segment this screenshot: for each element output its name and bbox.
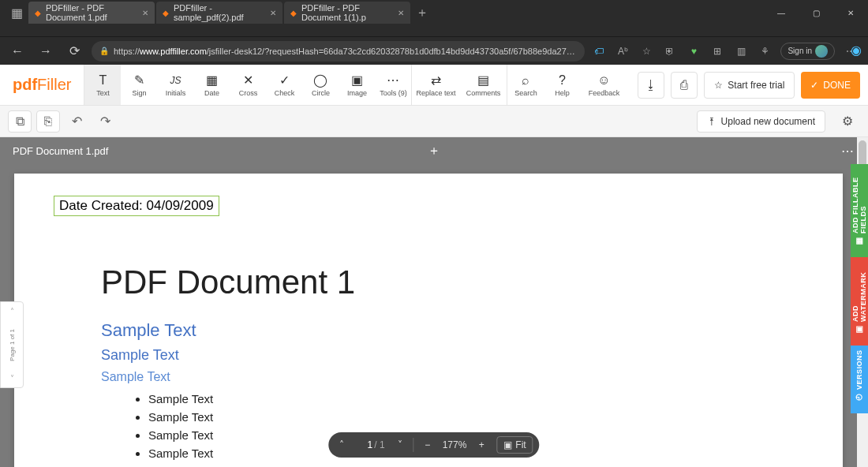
read-aloud-icon[interactable]: Aᵇ	[615, 43, 630, 59]
sign-icon: ✎	[134, 73, 144, 88]
document-menu-button[interactable]: ⋯	[841, 144, 855, 159]
tab-overview-button[interactable]: ▦	[6, 2, 27, 23]
refresh-button[interactable]: ⟳	[63, 40, 85, 62]
list-item: Sample Text	[148, 392, 803, 405]
document-tab-strip: PDF Document 1.pdf ＋ ⋯	[0, 137, 868, 164]
browser-tab-1[interactable]: ◆ PDFfiller - PDF Document 1.pdf ✕	[28, 2, 155, 24]
close-icon[interactable]: ✕	[142, 9, 148, 17]
copy-icon: ⧉	[16, 114, 24, 129]
tool-comments[interactable]: ▤Comments	[459, 65, 507, 105]
zoom-bar: ˄ / 1 ˅ − 177% + ▣Fit	[328, 432, 539, 458]
tool-search[interactable]: ⌕Search	[507, 65, 544, 105]
document-heading: PDF Document 1	[101, 263, 803, 301]
zoom-out-button[interactable]: −	[417, 435, 438, 455]
page-navigator[interactable]: ˄ Page 1 of 1 ˅	[0, 301, 24, 388]
zoom-in-button[interactable]: +	[471, 435, 492, 455]
chevron-up-icon[interactable]: ˄	[10, 307, 14, 316]
undo-button[interactable]: ↶	[65, 110, 88, 133]
star-icon: ☆	[714, 80, 723, 91]
done-button[interactable]: ✓DONE	[801, 72, 860, 99]
tool-text[interactable]: TText	[84, 65, 121, 105]
extensions: 🏷 Aᵇ ☆ ⛨ ♥ ⊞ ▥ ⚘ Sign in ⋯	[591, 43, 862, 60]
shield-icon[interactable]: ⛨	[662, 43, 678, 59]
settings-button[interactable]: ⚙	[835, 109, 860, 134]
favorite-icon[interactable]: ☆	[638, 43, 654, 59]
print-button[interactable]: ⎙	[671, 72, 698, 99]
tool-cross[interactable]: ✕Cross	[230, 65, 266, 105]
close-icon[interactable]: ✕	[398, 9, 404, 17]
add-watermark-tab[interactable]: ▣ADD WATERMARK	[851, 257, 868, 346]
tool-initials[interactable]: JSInitials	[157, 65, 193, 105]
maximize-button[interactable]: ▢	[799, 2, 833, 24]
minimize-button[interactable]: —	[764, 2, 799, 24]
date-created-field[interactable]: Date Created: 04/09/2009	[54, 196, 219, 216]
lock-icon: 🔒	[99, 47, 109, 55]
url-text: https://www.pdffiller.com/jsfiller-desk1…	[114, 47, 577, 56]
signin-button[interactable]: Sign in	[780, 43, 835, 60]
initials-icon: JS	[170, 73, 181, 88]
tool-sign[interactable]: ✎Sign	[121, 65, 157, 105]
tab-label: PDFfiller - sample_pdf(2).pdf	[174, 3, 262, 22]
bing-sidebar-icon[interactable]: ◉	[844, 36, 868, 63]
extensions-menu-icon[interactable]: ⊞	[709, 43, 725, 59]
page-number-input[interactable]	[354, 439, 372, 450]
tool-replace-text[interactable]: ⇄Replace text	[412, 65, 459, 105]
document-tab[interactable]: PDF Document 1.pdf	[13, 145, 108, 157]
back-button[interactable]: ←	[6, 40, 28, 62]
chevron-down-icon[interactable]: ˅	[10, 374, 14, 383]
copy-button[interactable]: ⧉	[8, 110, 32, 133]
versions-tab[interactable]: ◷VERSIONS	[851, 346, 868, 413]
pdffiller-favicon: ◆	[35, 9, 41, 17]
prev-page-button[interactable]: ˄	[331, 435, 352, 455]
add-fillable-fields-tab[interactable]: ▦ADD FILLABLE FIELDS	[851, 164, 868, 257]
tag-icon[interactable]: 🏷	[591, 43, 607, 59]
page-plus-icon: ⎘	[44, 114, 52, 129]
fit-button[interactable]: ▣Fit	[496, 436, 533, 454]
print-icon: ⎙	[680, 78, 688, 92]
comments-icon: ▤	[477, 73, 489, 88]
replace-icon: ⇄	[431, 73, 441, 88]
forward-button[interactable]: →	[35, 40, 57, 62]
upload-icon: ⭱	[707, 116, 716, 127]
tool-circle[interactable]: ◯Circle	[302, 65, 339, 105]
browser-tab-3[interactable]: ◆ PDFfiller - PDF Document 1(1).p ✕	[284, 2, 410, 24]
sample-text-1: Sample Text	[101, 320, 803, 341]
tool-check[interactable]: ✓Check	[266, 65, 302, 105]
close-window-button[interactable]: ✕	[833, 2, 868, 24]
clock-icon: ◷	[855, 394, 864, 403]
tool-help[interactable]: ?Help	[544, 65, 580, 105]
close-icon[interactable]: ✕	[270, 9, 276, 17]
tool-date[interactable]: ▦Date	[193, 65, 230, 105]
page[interactable]: Date Created: 04/09/2009 PDF Document 1 …	[14, 174, 843, 467]
page-add-button[interactable]: ⎘	[36, 110, 60, 133]
new-tab-button[interactable]: ＋	[412, 2, 432, 23]
tab-strip: ▦ ◆ PDFfiller - PDF Document 1.pdf ✕ ◆ P…	[0, 0, 868, 25]
tool-feedback[interactable]: ☺Feedback	[580, 65, 627, 105]
side-tabs: ▦ADD FILLABLE FIELDS ▣ADD WATERMARK ◷VER…	[851, 164, 868, 467]
sample-text-2: Sample Text	[101, 347, 803, 364]
fields-icon: ▦	[855, 237, 864, 247]
tool-image[interactable]: ▣Image	[339, 65, 375, 105]
download-button[interactable]: ⭳	[638, 72, 664, 99]
extension-icon[interactable]: ♥	[686, 43, 702, 59]
browser-tab-2[interactable]: ◆ PDFfiller - sample_pdf(2).pdf ✕	[156, 2, 282, 24]
window-controls: — ▢ ✕	[764, 2, 868, 24]
add-document-button[interactable]: ＋	[428, 143, 440, 159]
feedback-icon: ☺	[597, 73, 610, 88]
tool-tools[interactable]: ⋯Tools (9)	[375, 65, 411, 105]
url-input[interactable]: 🔒 https://www.pdffiller.com/jsfiller-des…	[92, 41, 585, 62]
browser-chrome: ▦ ◆ PDFfiller - PDF Document 1.pdf ✕ ◆ P…	[0, 0, 868, 36]
collections-icon[interactable]: ▥	[733, 43, 749, 59]
canvas: Date Created: 04/09/2009 PDF Document 1 …	[0, 164, 868, 467]
tab-label: PDFfiller - PDF Document 1(1).p	[301, 3, 390, 22]
address-bar: ← → ⟳ 🔒 https://www.pdffiller.com/jsfill…	[0, 36, 868, 65]
pdffiller-favicon: ◆	[290, 9, 297, 17]
pdffiller-logo[interactable]: pdfFiller	[0, 65, 84, 105]
start-free-trial-button[interactable]: ☆Start free trial	[704, 72, 795, 99]
upload-new-document-button[interactable]: ⭱Upload new document	[697, 110, 825, 133]
calendar-icon: ▦	[206, 73, 218, 88]
redo-button[interactable]: ↷	[93, 110, 117, 133]
rewards-icon[interactable]: ⚘	[757, 43, 773, 59]
next-page-button[interactable]: ˅	[390, 435, 410, 455]
check-icon: ✓	[810, 80, 818, 91]
